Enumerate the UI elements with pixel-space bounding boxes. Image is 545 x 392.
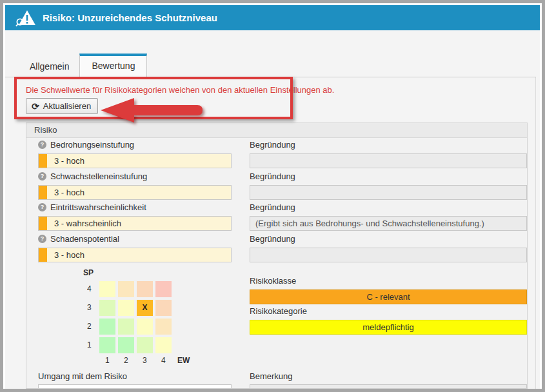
- bemerkung-label: Bemerkung: [250, 371, 292, 381]
- begruendung-label-4: Begründung: [250, 234, 295, 244]
- matrix-cell[interactable]: [155, 337, 172, 353]
- aktualisieren-button-label: Aktualisieren: [43, 101, 91, 111]
- umgang-label: Umgang mit dem Risiko: [38, 371, 127, 381]
- schadenspotential-select[interactable]: 3 - hoch: [38, 248, 232, 262]
- begruendung-input-3[interactable]: (Ergibt sich aus Bedrohungs- und Schwach…: [250, 216, 527, 231]
- help-icon[interactable]: ?: [38, 203, 46, 211]
- matrix-col-label: 1: [105, 356, 110, 365]
- matrix-cell[interactable]: [118, 281, 134, 297]
- matrix-x-axis-label: EW: [177, 356, 190, 365]
- begruendung-input-2[interactable]: [250, 185, 527, 200]
- matrix-col-label: 4: [161, 356, 166, 365]
- tab-allgemein[interactable]: Allgemein: [19, 55, 79, 77]
- matrix-cell[interactable]: [137, 281, 153, 297]
- begruendung-label-1: Begründung: [250, 140, 295, 150]
- refresh-icon: ⟳: [32, 101, 39, 112]
- threshold-warning-text: Die Schwellwerte für Risikokategorien we…: [26, 85, 334, 95]
- app-window: Risiko: Unzureichendes Schutzniveau Allg…: [0, 0, 545, 392]
- matrix-cell-selected[interactable]: X: [137, 300, 153, 316]
- field-label-eintrittswahrscheinlichkeit: ? Eintrittswahrscheinlichkeit: [38, 202, 146, 212]
- matrix-cell[interactable]: [155, 300, 172, 316]
- matrix-cell[interactable]: [99, 318, 115, 335]
- begruendung-label-3: Begründung: [250, 202, 295, 212]
- matrix-col-label: 3: [143, 356, 147, 365]
- bedrohungseinstufung-select[interactable]: 3 - hoch: [38, 153, 232, 168]
- matrix-cell[interactable]: [99, 300, 115, 316]
- matrix-cell[interactable]: [155, 318, 172, 335]
- matrix-cell[interactable]: [118, 318, 134, 335]
- matrix-col-label: 2: [124, 356, 128, 365]
- matrix-y-axis-label: SP: [83, 268, 94, 277]
- field-label-schadenspotential: ? Schadenspotential: [38, 234, 119, 244]
- page-title: Risiko: Unzureichendes Schutzniveau: [43, 12, 217, 23]
- matrix-cell[interactable]: [118, 300, 134, 316]
- tab-bewertung[interactable]: Bewertung: [79, 54, 147, 77]
- matrix-cell[interactable]: [155, 281, 172, 297]
- matrix-cell[interactable]: [99, 281, 115, 297]
- bemerkung-input[interactable]: [250, 384, 527, 389]
- matrix-row-label: 2: [87, 322, 92, 331]
- begruendung-input-1[interactable]: [250, 153, 527, 168]
- risikoklasse-value: C - relevant: [250, 289, 527, 304]
- risiko-panel-title: Risiko: [26, 123, 527, 138]
- risiko-panel: Risiko ? Bedrohungseinstufung 3 - hoch B…: [26, 122, 528, 389]
- umgang-select[interactable]: behandeln: [38, 384, 232, 389]
- matrix-cell[interactable]: [99, 337, 115, 353]
- risk-warning-icon: [15, 9, 36, 27]
- risikoklasse-label: Risikoklasse: [250, 276, 296, 286]
- schwachstelleneinstufung-select[interactable]: 3 - hoch: [38, 185, 232, 200]
- help-icon[interactable]: ?: [38, 172, 46, 181]
- eintrittswahrscheinlichkeit-select[interactable]: 3 - wahrscheinlich: [38, 216, 232, 231]
- matrix-row-label: 3: [87, 303, 92, 312]
- field-label-bedrohungseinstufung: ? Bedrohungseinstufung: [38, 140, 134, 150]
- field-label-schwachstelleneinstufung: ? Schwachstelleneinstufung: [38, 172, 147, 181]
- tab-bar: Allgemein Bewertung: [19, 53, 147, 77]
- matrix-row-label: 1: [87, 340, 92, 349]
- matrix-cell[interactable]: [118, 337, 134, 353]
- aktualisieren-button[interactable]: ⟳ Aktualisieren: [26, 98, 98, 114]
- help-icon[interactable]: ?: [38, 235, 46, 243]
- scrollbar-track[interactable]: [535, 77, 536, 389]
- matrix-row-label: 4: [87, 284, 92, 293]
- risikokategorie-label: Risikokategorie: [250, 306, 307, 316]
- annotation-arrow-icon: [99, 97, 205, 123]
- title-bar: Risiko: Unzureichendes Schutzniveau: [5, 5, 540, 30]
- matrix-cell[interactable]: [137, 337, 153, 353]
- risikokategorie-value: meldepflichtig: [250, 320, 527, 335]
- content-area: Allgemein Bewertung Die Schwellwerte für…: [5, 30, 540, 389]
- begruendung-input-4[interactable]: [250, 248, 527, 262]
- help-icon[interactable]: ?: [38, 141, 46, 149]
- begruendung-label-2: Begründung: [250, 172, 295, 181]
- matrix-cell[interactable]: [137, 318, 153, 335]
